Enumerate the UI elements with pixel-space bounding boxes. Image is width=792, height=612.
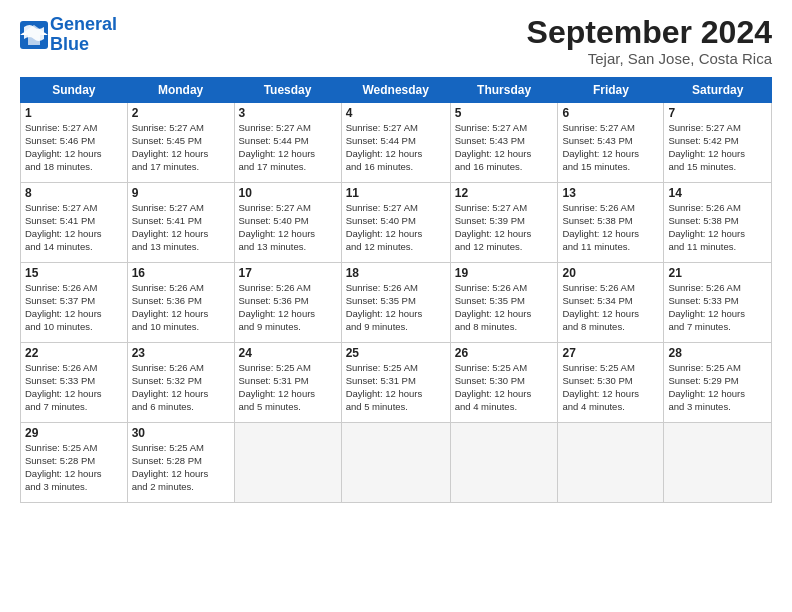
table-row: 22Sunrise: 5:26 AM Sunset: 5:33 PM Dayli…	[21, 343, 128, 423]
day-info: Sunrise: 5:26 AM Sunset: 5:37 PM Dayligh…	[25, 282, 123, 333]
day-number: 22	[25, 346, 123, 360]
day-number: 10	[239, 186, 337, 200]
day-info: Sunrise: 5:27 AM Sunset: 5:44 PM Dayligh…	[239, 122, 337, 173]
day-number: 19	[455, 266, 554, 280]
day-number: 18	[346, 266, 446, 280]
table-row: 19Sunrise: 5:26 AM Sunset: 5:35 PM Dayli…	[450, 263, 558, 343]
day-number: 7	[668, 106, 767, 120]
day-info: Sunrise: 5:25 AM Sunset: 5:30 PM Dayligh…	[562, 362, 659, 413]
table-row: 3Sunrise: 5:27 AM Sunset: 5:44 PM Daylig…	[234, 103, 341, 183]
table-row: 11Sunrise: 5:27 AM Sunset: 5:40 PM Dayli…	[341, 183, 450, 263]
table-row: 23Sunrise: 5:26 AM Sunset: 5:32 PM Dayli…	[127, 343, 234, 423]
day-number: 4	[346, 106, 446, 120]
day-number: 5	[455, 106, 554, 120]
day-number: 24	[239, 346, 337, 360]
table-row: 30Sunrise: 5:25 AM Sunset: 5:28 PM Dayli…	[127, 423, 234, 503]
table-row	[450, 423, 558, 503]
day-info: Sunrise: 5:27 AM Sunset: 5:39 PM Dayligh…	[455, 202, 554, 253]
day-number: 1	[25, 106, 123, 120]
day-info: Sunrise: 5:27 AM Sunset: 5:40 PM Dayligh…	[239, 202, 337, 253]
day-info: Sunrise: 5:25 AM Sunset: 5:29 PM Dayligh…	[668, 362, 767, 413]
day-number: 13	[562, 186, 659, 200]
day-number: 30	[132, 426, 230, 440]
table-row: 9Sunrise: 5:27 AM Sunset: 5:41 PM Daylig…	[127, 183, 234, 263]
calendar-week-row: 1Sunrise: 5:27 AM Sunset: 5:46 PM Daylig…	[21, 103, 772, 183]
table-row: 15Sunrise: 5:26 AM Sunset: 5:37 PM Dayli…	[21, 263, 128, 343]
page: General Blue September 2024 Tejar, San J…	[0, 0, 792, 612]
day-number: 12	[455, 186, 554, 200]
month-title: September 2024	[527, 15, 772, 50]
day-info: Sunrise: 5:26 AM Sunset: 5:38 PM Dayligh…	[562, 202, 659, 253]
header-sunday: Sunday	[21, 78, 128, 103]
day-info: Sunrise: 5:26 AM Sunset: 5:33 PM Dayligh…	[25, 362, 123, 413]
table-row: 16Sunrise: 5:26 AM Sunset: 5:36 PM Dayli…	[127, 263, 234, 343]
day-number: 8	[25, 186, 123, 200]
table-row	[341, 423, 450, 503]
day-info: Sunrise: 5:27 AM Sunset: 5:45 PM Dayligh…	[132, 122, 230, 173]
day-info: Sunrise: 5:26 AM Sunset: 5:32 PM Dayligh…	[132, 362, 230, 413]
day-number: 15	[25, 266, 123, 280]
table-row: 12Sunrise: 5:27 AM Sunset: 5:39 PM Dayli…	[450, 183, 558, 263]
day-number: 20	[562, 266, 659, 280]
day-number: 23	[132, 346, 230, 360]
day-info: Sunrise: 5:27 AM Sunset: 5:42 PM Dayligh…	[668, 122, 767, 173]
table-row: 1Sunrise: 5:27 AM Sunset: 5:46 PM Daylig…	[21, 103, 128, 183]
table-row	[558, 423, 664, 503]
day-info: Sunrise: 5:26 AM Sunset: 5:35 PM Dayligh…	[455, 282, 554, 333]
day-number: 17	[239, 266, 337, 280]
day-info: Sunrise: 5:27 AM Sunset: 5:44 PM Dayligh…	[346, 122, 446, 173]
header-wednesday: Wednesday	[341, 78, 450, 103]
table-row: 8Sunrise: 5:27 AM Sunset: 5:41 PM Daylig…	[21, 183, 128, 263]
table-row: 28Sunrise: 5:25 AM Sunset: 5:29 PM Dayli…	[664, 343, 772, 423]
day-number: 28	[668, 346, 767, 360]
day-info: Sunrise: 5:27 AM Sunset: 5:40 PM Dayligh…	[346, 202, 446, 253]
table-row	[664, 423, 772, 503]
day-number: 27	[562, 346, 659, 360]
calendar-week-row: 29Sunrise: 5:25 AM Sunset: 5:28 PM Dayli…	[21, 423, 772, 503]
day-info: Sunrise: 5:25 AM Sunset: 5:28 PM Dayligh…	[25, 442, 123, 493]
day-info: Sunrise: 5:27 AM Sunset: 5:43 PM Dayligh…	[455, 122, 554, 173]
table-row: 2Sunrise: 5:27 AM Sunset: 5:45 PM Daylig…	[127, 103, 234, 183]
day-info: Sunrise: 5:26 AM Sunset: 5:36 PM Dayligh…	[132, 282, 230, 333]
day-info: Sunrise: 5:25 AM Sunset: 5:30 PM Dayligh…	[455, 362, 554, 413]
table-row: 29Sunrise: 5:25 AM Sunset: 5:28 PM Dayli…	[21, 423, 128, 503]
table-row: 25Sunrise: 5:25 AM Sunset: 5:31 PM Dayli…	[341, 343, 450, 423]
day-number: 21	[668, 266, 767, 280]
calendar-table: Sunday Monday Tuesday Wednesday Thursday…	[20, 77, 772, 503]
header-monday: Monday	[127, 78, 234, 103]
weekday-header-row: Sunday Monday Tuesday Wednesday Thursday…	[21, 78, 772, 103]
table-row: 26Sunrise: 5:25 AM Sunset: 5:30 PM Dayli…	[450, 343, 558, 423]
day-number: 9	[132, 186, 230, 200]
header-friday: Friday	[558, 78, 664, 103]
day-info: Sunrise: 5:26 AM Sunset: 5:38 PM Dayligh…	[668, 202, 767, 253]
day-number: 6	[562, 106, 659, 120]
calendar-week-row: 15Sunrise: 5:26 AM Sunset: 5:37 PM Dayli…	[21, 263, 772, 343]
day-number: 29	[25, 426, 123, 440]
day-info: Sunrise: 5:27 AM Sunset: 5:43 PM Dayligh…	[562, 122, 659, 173]
day-number: 3	[239, 106, 337, 120]
day-info: Sunrise: 5:26 AM Sunset: 5:36 PM Dayligh…	[239, 282, 337, 333]
title-block: September 2024 Tejar, San Jose, Costa Ri…	[527, 15, 772, 67]
day-info: Sunrise: 5:26 AM Sunset: 5:35 PM Dayligh…	[346, 282, 446, 333]
day-info: Sunrise: 5:27 AM Sunset: 5:41 PM Dayligh…	[25, 202, 123, 253]
table-row: 14Sunrise: 5:26 AM Sunset: 5:38 PM Dayli…	[664, 183, 772, 263]
header: General Blue September 2024 Tejar, San J…	[20, 15, 772, 67]
header-thursday: Thursday	[450, 78, 558, 103]
table-row: 4Sunrise: 5:27 AM Sunset: 5:44 PM Daylig…	[341, 103, 450, 183]
day-number: 25	[346, 346, 446, 360]
table-row: 10Sunrise: 5:27 AM Sunset: 5:40 PM Dayli…	[234, 183, 341, 263]
table-row: 17Sunrise: 5:26 AM Sunset: 5:36 PM Dayli…	[234, 263, 341, 343]
day-info: Sunrise: 5:25 AM Sunset: 5:28 PM Dayligh…	[132, 442, 230, 493]
day-number: 2	[132, 106, 230, 120]
logo: General Blue	[20, 15, 117, 55]
table-row: 24Sunrise: 5:25 AM Sunset: 5:31 PM Dayli…	[234, 343, 341, 423]
day-number: 16	[132, 266, 230, 280]
table-row: 5Sunrise: 5:27 AM Sunset: 5:43 PM Daylig…	[450, 103, 558, 183]
day-info: Sunrise: 5:27 AM Sunset: 5:46 PM Dayligh…	[25, 122, 123, 173]
calendar-week-row: 22Sunrise: 5:26 AM Sunset: 5:33 PM Dayli…	[21, 343, 772, 423]
table-row: 21Sunrise: 5:26 AM Sunset: 5:33 PM Dayli…	[664, 263, 772, 343]
day-info: Sunrise: 5:27 AM Sunset: 5:41 PM Dayligh…	[132, 202, 230, 253]
logo-icon	[20, 21, 48, 49]
header-saturday: Saturday	[664, 78, 772, 103]
day-number: 26	[455, 346, 554, 360]
